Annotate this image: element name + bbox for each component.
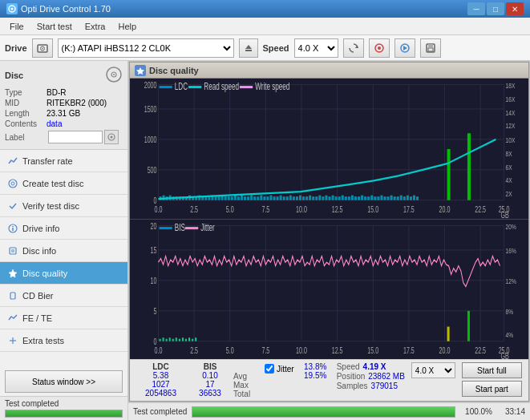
svg-rect-145 [383,196,386,200]
svg-text:22.5: 22.5 [475,205,486,215]
svg-rect-114 [283,196,285,200]
ldc-avg: 5.38 [153,371,168,380]
svg-rect-121 [305,196,308,200]
svg-text:8X: 8X [506,149,512,159]
fe-te-icon [6,312,19,325]
disc-mid-value: RITEKBR2 (000) [47,99,107,107]
progress-bar-fill [192,407,455,417]
svg-rect-25 [10,248,16,254]
svg-rect-210 [182,337,184,341]
drive-icon-btn[interactable] [32,38,53,58]
svg-rect-217 [160,227,172,229]
save-button[interactable] [420,38,441,58]
svg-rect-149 [397,196,399,200]
minimize-button[interactable]: ─ [467,2,485,15]
sidebar-item-fe-te[interactable]: FE / TE [0,307,127,329]
eject-button[interactable] [239,38,258,58]
settings-button[interactable] [369,38,390,58]
svg-text:2000: 2000 [144,81,157,91]
svg-rect-115 [286,196,289,200]
disc-label-btn[interactable] [104,130,119,144]
jitter-checkbox[interactable] [265,364,274,374]
action-button[interactable] [394,38,415,58]
svg-text:20%: 20% [506,221,517,231]
svg-rect-93 [214,196,216,200]
speed-avg-val: 4.19 X [363,362,386,371]
svg-text:10.0: 10.0 [296,205,307,215]
svg-rect-120 [302,196,305,200]
jitter-label: Jitter [277,365,294,374]
maximize-button[interactable]: □ [487,2,504,15]
svg-rect-160 [188,86,201,88]
svg-text:0.0: 0.0 [155,205,163,215]
disc-length-row: Length 23.31 GB [5,109,123,118]
svg-rect-133 [345,196,347,200]
sidebar-item-transfer-rate[interactable]: Transfer rate [0,150,127,172]
bis-max: 17 [205,380,214,389]
svg-rect-6 [245,50,252,51]
svg-rect-134 [348,196,350,200]
svg-rect-138 [361,196,363,200]
menu-start-test[interactable]: Start test [30,20,79,33]
svg-rect-209 [179,338,180,341]
menu-file[interactable]: File [3,20,30,33]
jitter-values: 13.8% 19.5% [297,362,334,380]
svg-text:5.0: 5.0 [226,205,234,215]
svg-rect-128 [328,196,330,200]
svg-marker-11 [403,46,407,50]
sidebar-item-verify-test-disc[interactable]: Verify test disc [0,195,127,217]
disc-quality-label: Disc quality [22,269,67,278]
svg-rect-94 [218,196,220,200]
svg-text:6X: 6X [506,162,512,172]
svg-text:5.0: 5.0 [226,345,234,355]
sidebar-item-extra-tests[interactable]: Extra tests [0,329,127,352]
svg-rect-118 [296,196,298,200]
svg-rect-215 [447,326,450,341]
svg-text:4X: 4X [506,176,512,185]
svg-rect-152 [407,196,409,200]
transfer-rate-label: Transfer rate [22,156,73,166]
svg-rect-130 [335,196,338,200]
start-part-button[interactable]: Start part [462,381,522,397]
sidebar-item-cd-bier[interactable]: CD Bier [0,285,127,307]
sidebar-item-drive-info[interactable]: Drive info [0,217,127,240]
svg-text:Jitter: Jitter [200,222,215,232]
verify-test-disc-icon [6,200,19,212]
svg-rect-214 [195,337,196,341]
svg-text:15.0: 15.0 [367,205,378,215]
speed-select[interactable]: 4.0 X 8.0 X Max [294,38,338,58]
jitter-avg: 13.8% [304,362,326,371]
svg-text:12.5: 12.5 [332,345,343,355]
sidebar-item-create-test-disc[interactable]: Create test disc [0,172,127,195]
svg-rect-102 [244,196,246,200]
disc-mid-row: MID RITEKBR2 (000) [5,99,123,107]
position-label: Position [337,372,366,381]
svg-text:BIS: BIS [175,222,185,232]
sidebar-item-disc-info[interactable]: Disc info [0,240,127,262]
svg-text:2.5: 2.5 [190,205,198,215]
svg-rect-96 [225,196,227,200]
svg-rect-104 [250,196,253,200]
svg-rect-131 [338,196,341,200]
svg-rect-97 [228,196,230,200]
start-full-button[interactable]: Start full [462,362,522,378]
menu-extra[interactable]: Extra [79,20,112,33]
status-window-button[interactable]: Status window >> [5,370,123,393]
svg-point-9 [378,46,381,50]
svg-point-24 [12,225,14,227]
svg-text:0.0: 0.0 [155,345,163,355]
sidebar-item-disc-quality[interactable]: Disc quality [0,262,127,285]
bis-total: 36633 [199,389,221,398]
svg-rect-139 [364,196,366,200]
fe-te-label: FE / TE [22,313,52,323]
stats-bottom: LDC 5.38 1027 2054863 BIS 0.10 17 36633 [130,359,528,401]
drive-select[interactable]: (K:) ATAPI iHBS112 2 CL0K [58,38,234,58]
refresh-button[interactable] [343,38,364,58]
drive-label: Drive [5,43,27,53]
menu-help[interactable]: Help [111,20,143,33]
close-button[interactable]: ✕ [506,2,524,15]
svg-point-20 [9,180,17,188]
speed-dropdown[interactable]: 4.0 X 8.0 X Max [411,362,455,378]
svg-rect-125 [318,196,321,200]
disc-label-input[interactable] [48,131,103,143]
